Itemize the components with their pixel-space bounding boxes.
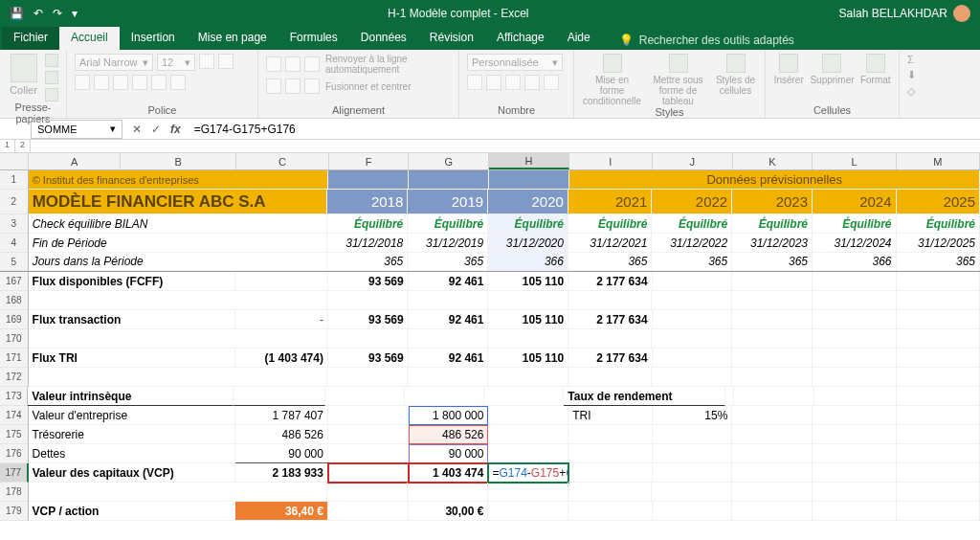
col-H[interactable]: H xyxy=(489,153,569,169)
currency-icon[interactable] xyxy=(467,75,482,90)
underline-icon[interactable] xyxy=(113,75,128,90)
tab-help[interactable]: Aide xyxy=(556,27,602,50)
copyright[interactable]: © Institut des finances d'entreprises xyxy=(29,170,329,190)
copy-icon[interactable] xyxy=(45,71,58,84)
col-L[interactable]: L xyxy=(813,153,896,169)
increase-font-icon[interactable] xyxy=(199,54,214,69)
dec-decimal-icon[interactable] xyxy=(544,75,559,90)
user-name[interactable]: Salah BELLAKHDAR xyxy=(839,7,947,20)
taux-rendement-label[interactable]: Taux de rendement xyxy=(564,387,725,406)
year-H[interactable]: 2020 xyxy=(488,190,568,214)
fill-color-icon[interactable] xyxy=(151,75,167,90)
number-format-select[interactable]: Personnalisée▾ xyxy=(467,54,563,71)
flux-tri-label[interactable]: Flux TRI xyxy=(29,349,236,368)
col-F[interactable]: F xyxy=(329,153,410,169)
flux-transaction-dash[interactable]: - xyxy=(235,310,328,329)
valeur-intr-label[interactable]: Valeur intrinsèque xyxy=(28,387,234,406)
col-M[interactable]: M xyxy=(897,153,980,169)
treso-C[interactable]: 486 526 xyxy=(235,425,328,444)
dettes-G[interactable]: 90 000 xyxy=(409,444,489,463)
year-J[interactable]: 2022 xyxy=(652,190,732,214)
cut-icon[interactable] xyxy=(45,54,58,67)
col-A[interactable]: A xyxy=(29,153,122,169)
year-L[interactable]: 2024 xyxy=(813,190,897,214)
tell-me[interactable]: 💡 Rechercher des outils adaptés xyxy=(602,27,804,50)
format-table-button[interactable]: Mettre sous forme de tableau xyxy=(648,54,708,106)
align-mid-icon[interactable] xyxy=(285,56,301,72)
font-size-select[interactable]: 12▾ xyxy=(157,54,195,71)
forecast-header[interactable]: Données prévisionnelles xyxy=(569,170,980,190)
decrease-font-icon[interactable] xyxy=(218,54,234,69)
days-label[interactable]: Jours dans la Période xyxy=(29,253,328,271)
paste-button[interactable]: Coller xyxy=(8,54,39,96)
tab-review[interactable]: Révision xyxy=(418,27,485,50)
col-G[interactable]: G xyxy=(409,153,489,169)
end-period-label[interactable]: Fin de Période xyxy=(29,234,328,253)
year-M[interactable]: 2025 xyxy=(897,190,980,214)
align-top-icon[interactable] xyxy=(266,56,281,72)
wrap-text-button[interactable]: Renvoyer à la ligne automatiquement xyxy=(325,54,451,75)
fx-icon[interactable]: fx xyxy=(170,123,181,136)
year-K[interactable]: 2023 xyxy=(732,190,813,214)
tab-home[interactable]: Accueil xyxy=(59,27,120,50)
save-icon[interactable]: 💾 xyxy=(10,7,24,20)
tri-label[interactable]: TRI xyxy=(568,406,652,425)
tab-view[interactable]: Affichage xyxy=(485,27,556,50)
inc-decimal-icon[interactable] xyxy=(524,75,540,90)
tab-file[interactable]: Fichier xyxy=(2,27,59,50)
conditional-format-button[interactable]: Mise en forme conditionnelle xyxy=(582,54,642,106)
col-B[interactable]: B xyxy=(121,153,236,169)
year-F[interactable]: 2018 xyxy=(327,190,408,214)
bold-icon[interactable] xyxy=(75,75,90,90)
vcp-action-label[interactable]: VCP / action xyxy=(29,502,236,521)
ve-G[interactable]: 1 800 000 xyxy=(409,406,489,425)
percent-icon[interactable] xyxy=(486,75,501,90)
vcp-C[interactable]: 2 183 933 xyxy=(235,463,328,483)
align-center-icon[interactable] xyxy=(285,79,301,94)
fcff-label[interactable]: Flux disponibles (FCFF) xyxy=(29,272,236,291)
col-K[interactable]: K xyxy=(733,153,813,169)
tab-formulas[interactable]: Formules xyxy=(278,27,349,50)
insert-cells-button[interactable]: Insérer xyxy=(773,54,804,85)
clear-icon[interactable]: ◇ xyxy=(907,85,915,98)
col-I[interactable]: I xyxy=(569,153,653,169)
model-title[interactable]: MODÈLE FINANCIER ABC S.A xyxy=(29,190,328,214)
format-painter-icon[interactable] xyxy=(45,88,58,101)
align-bot-icon[interactable] xyxy=(304,56,320,72)
dettes-C[interactable]: 90 000 xyxy=(235,444,328,463)
vcp-action-G[interactable]: 30,00 € xyxy=(409,502,489,521)
fill-icon[interactable]: ⬇ xyxy=(907,69,916,81)
format-cells-button[interactable]: Format xyxy=(860,54,891,85)
cancel-formula-icon[interactable]: ✕ xyxy=(132,123,142,136)
treso-label[interactable]: Trésorerie xyxy=(29,425,236,444)
outline-2[interactable]: 2 xyxy=(15,140,31,152)
avatar[interactable] xyxy=(953,5,970,22)
enter-formula-icon[interactable]: ✓ xyxy=(151,123,161,136)
font-color-icon[interactable] xyxy=(170,75,186,90)
redo-icon[interactable]: ↷ xyxy=(53,7,62,20)
vcp-action-C[interactable]: 36,40 € xyxy=(235,502,328,521)
year-G[interactable]: 2019 xyxy=(408,190,488,214)
align-left-icon[interactable] xyxy=(266,79,281,94)
tri-value[interactable]: 15% xyxy=(653,406,733,425)
flux-transaction-label[interactable]: Flux transaction xyxy=(29,310,236,329)
align-right-icon[interactable] xyxy=(304,79,320,94)
tab-data[interactable]: Données xyxy=(349,27,418,50)
autosum-icon[interactable]: Σ xyxy=(907,54,914,65)
year-I[interactable]: 2021 xyxy=(568,190,653,214)
tab-insert[interactable]: Insertion xyxy=(120,27,187,50)
tab-layout[interactable]: Mise en page xyxy=(187,27,278,50)
formula-input[interactable]: =G174-G175+G176 xyxy=(189,123,980,136)
row-num[interactable]: 1 xyxy=(0,170,29,190)
name-box[interactable]: SOMME ▾ xyxy=(31,120,122,139)
undo-icon[interactable]: ↶ xyxy=(33,7,43,20)
delete-cells-button[interactable]: Supprimer xyxy=(810,54,854,85)
italic-icon[interactable] xyxy=(94,75,109,90)
font-name-select[interactable]: Arial Narrow▾ xyxy=(75,54,153,71)
comma-icon[interactable] xyxy=(505,75,521,90)
vcp-label[interactable]: Valeur des capitaux (VCP) xyxy=(29,463,236,483)
treso-G[interactable]: 486 526 xyxy=(409,425,489,444)
check-label[interactable]: Check équilibre BILAN xyxy=(29,214,328,234)
cell-styles-button[interactable]: Styles de cellules xyxy=(714,54,757,96)
outline-1[interactable]: 1 xyxy=(0,140,15,152)
